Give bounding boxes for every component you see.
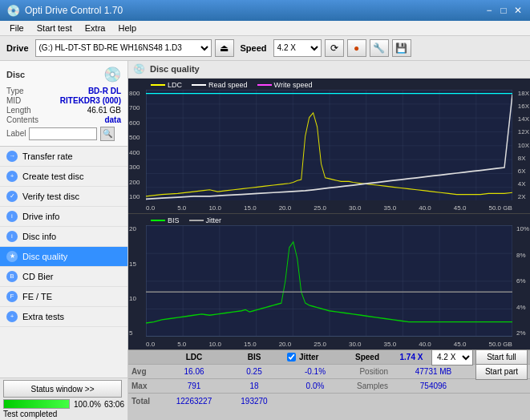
max-label: Max: [128, 382, 162, 390]
nav-fe-te[interactable]: F FE / TE: [0, 287, 127, 307]
verify-disc-icon: ✓: [6, 191, 18, 202]
read-speed-legend-line: [192, 84, 206, 86]
toolbar: Drive (G:) HL-DT-ST BD-RE WH16NS48 1.D3 …: [0, 36, 530, 60]
menu-help[interactable]: Help: [111, 22, 143, 34]
y-10x: 10X: [518, 142, 529, 149]
speed2-select[interactable]: 4.2 X: [431, 349, 473, 365]
y-16x: 16X: [518, 103, 529, 110]
total-label: Total: [128, 397, 162, 406]
svg-rect-7: [146, 225, 512, 337]
drive-select[interactable]: (G:) HL-DT-ST BD-RE WH16NS48 1.D3: [35, 39, 212, 57]
y-600: 600: [129, 119, 140, 127]
x-axis-bottom: 0.0 5.0 10.0 15.0 20.0 25.0 30.0 35.0 40…: [146, 341, 512, 348]
y-700: 700: [129, 104, 140, 111]
y-8x: 8X: [518, 155, 529, 162]
status-window-button[interactable]: Status window >>: [3, 380, 122, 398]
stats-max-row: Max 791 18 0.0% Samples 754096: [128, 379, 530, 394]
max-ldc: 791: [162, 382, 226, 390]
y-14x: 14X: [518, 115, 529, 123]
nav-extra-tests[interactable]: + Extra tests: [0, 307, 127, 327]
stats-header-row: LDC BIS Jitter Speed 1.74 X 4.2 X Star: [128, 350, 530, 365]
length-value: 46.61 GB: [87, 106, 121, 115]
nav-verify-test-disc[interactable]: ✓ Verify test disc: [0, 187, 127, 207]
eject-button[interactable]: ⏏: [215, 39, 234, 57]
nav-cd-bier[interactable]: B CD Bier: [0, 267, 127, 287]
cd-bier-icon: B: [6, 271, 18, 282]
start-part-cell: Start part: [475, 364, 530, 380]
nav-transfer-rate-label: Transfer rate: [22, 151, 73, 161]
menu-start-test[interactable]: Start test: [30, 22, 79, 34]
app-title: Opti Drive Control 1.70: [25, 5, 123, 16]
progress-bar: [3, 399, 70, 409]
content-area: 💿 Disc quality LDC Read speed: [128, 61, 530, 420]
nav-cd-bier-label: CD Bier: [22, 272, 54, 281]
type-value: BD-R DL: [88, 87, 121, 95]
status-section: Status window >> 100.0% 63:06 Test compl…: [0, 378, 127, 420]
disc-panel-title: Disc: [6, 70, 25, 79]
label-search-button[interactable]: 🔍: [100, 127, 115, 141]
max-bis: 18: [226, 382, 282, 390]
type-label: Type: [6, 87, 24, 95]
content-title: Disc quality: [150, 64, 200, 74]
nav-items: → Transfer rate + Create test disc ✓ Ver…: [0, 147, 127, 378]
nav-disc-info-label: Disc info: [22, 232, 56, 241]
speed-label: Speed: [237, 43, 270, 53]
menu-file[interactable]: File: [3, 22, 30, 34]
start-part-button[interactable]: Start part: [475, 364, 528, 380]
nav-drive-info-label: Drive info: [22, 212, 59, 221]
minimize-button[interactable]: −: [483, 5, 495, 16]
total-bis: 193270: [226, 397, 282, 406]
stats-total-row: Total 12263227 193270: [128, 394, 530, 408]
write-speed-legend-label: Write speed: [274, 81, 313, 89]
stats-bis-header: BIS: [226, 353, 282, 361]
label-input[interactable]: [29, 127, 97, 140]
y-800: 800: [129, 90, 140, 97]
speed-select[interactable]: 4.2 X: [273, 39, 322, 57]
y-400: 400: [129, 149, 140, 156]
progress-fill: [4, 400, 69, 408]
avg-ldc: 16.06: [162, 367, 226, 376]
top-chart-legend: LDC Read speed Write speed: [151, 81, 312, 89]
nav-create-test-disc-label: Create test disc: [22, 172, 83, 181]
nav-create-test-disc[interactable]: + Create test disc: [0, 167, 127, 187]
chart-top: LDC Read speed Write speed: [128, 79, 530, 214]
label-label: Label: [6, 129, 26, 138]
speed-val-header: 1.74 X: [391, 353, 431, 361]
main-layout: Disc 💿 Type BD-R DL MID RITEKDR3 (000) L…: [0, 61, 530, 420]
jitter-header: Jitter: [299, 353, 318, 361]
legend-write-speed: Write speed: [257, 81, 313, 89]
nav-disc-info[interactable]: i Disc info: [0, 227, 127, 247]
chart-bottom: BIS Jitter: [128, 213, 530, 349]
menu-extra[interactable]: Extra: [79, 22, 112, 34]
close-button[interactable]: ✕: [512, 5, 524, 16]
read-speed-legend-label: Read speed: [208, 81, 248, 89]
nav-drive-info[interactable]: i Drive info: [0, 207, 127, 227]
maximize-button[interactable]: □: [498, 5, 509, 16]
y-axis-right-top: 18X 16X 14X 12X 10X 8X 6X 4X 2X: [518, 90, 529, 201]
stats-avg-row: Avg 16.06 0.25 -0.1% Position 47731 MB S…: [128, 365, 530, 379]
nav-transfer-rate[interactable]: → Transfer rate: [0, 147, 127, 167]
ldc-legend-line: [151, 84, 165, 86]
legend-jitter: Jitter: [189, 216, 222, 224]
avg-bis: 0.25: [226, 367, 282, 376]
bis-legend-line: [151, 220, 165, 221]
settings-button[interactable]: 🔧: [370, 39, 389, 57]
top-chart-svg: [146, 90, 512, 201]
start-full-button[interactable]: Start full: [475, 349, 528, 365]
y-12x: 12X: [518, 128, 529, 135]
save-button[interactable]: 💾: [392, 39, 411, 57]
jitter-checkbox[interactable]: [287, 353, 296, 361]
nav-disc-quality[interactable]: ★ Disc quality: [0, 247, 127, 267]
samples-label: Samples: [343, 382, 391, 390]
y-axis-right-bottom: 10% 8% 6% 4% 2%: [516, 225, 529, 337]
stats-bar: LDC BIS Jitter Speed 1.74 X 4.2 X Star: [128, 349, 530, 420]
drive-info-icon: i: [6, 211, 18, 222]
burn-button[interactable]: ●: [347, 39, 366, 57]
svg-rect-1: [146, 90, 512, 201]
nav-verify-test-disc-label: Verify test disc: [22, 192, 79, 201]
refresh-button[interactable]: ⟳: [325, 39, 344, 57]
disc-info-icon: i: [6, 231, 18, 242]
nav-fe-te-label: FE / TE: [22, 292, 52, 301]
bottom-chart-svg: [146, 225, 512, 337]
position-label: Position: [343, 367, 391, 376]
